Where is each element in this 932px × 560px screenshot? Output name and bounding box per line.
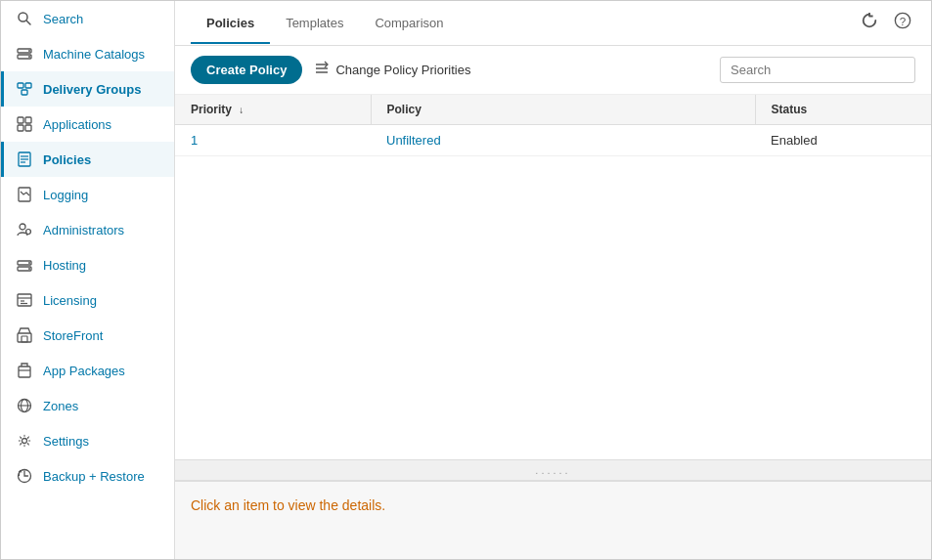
- zones-icon: [16, 397, 33, 414]
- svg-rect-34: [19, 366, 30, 377]
- tabs-actions: ?: [857, 8, 915, 38]
- tab-templates[interactable]: Templates: [270, 4, 359, 44]
- svg-rect-10: [25, 117, 31, 123]
- svg-rect-32: [18, 333, 31, 342]
- sidebar-item-logging-label: Logging: [43, 188, 88, 202]
- status-cell: Enabled: [755, 125, 931, 156]
- policy-column-header: Policy: [371, 95, 755, 125]
- change-policy-priorities-button[interactable]: Change Policy Priorities: [314, 61, 470, 79]
- storefront-icon: [16, 326, 33, 344]
- tab-comparison[interactable]: Comparison: [359, 4, 459, 44]
- sidebar-item-settings-label: Settings: [43, 434, 89, 449]
- table-header-row: Priority ↓ Policy Status: [175, 95, 931, 125]
- hosting-icon: [16, 256, 33, 274]
- svg-point-27: [28, 268, 30, 270]
- delivery-groups-icon: [16, 80, 33, 98]
- search-icon: [16, 10, 33, 27]
- sidebar-item-licensing[interactable]: Licensing: [1, 282, 174, 318]
- priority-link[interactable]: 1: [191, 133, 198, 148]
- svg-point-4: [28, 50, 30, 52]
- sidebar-item-search-label: Search: [43, 12, 83, 26]
- sidebar-item-hosting[interactable]: Hosting: [1, 247, 174, 282]
- sidebar-item-applications-label: Applications: [43, 117, 111, 132]
- status-column-header: Status: [755, 95, 931, 125]
- sort-down-icon: ↓: [239, 105, 244, 115]
- sidebar-item-logging[interactable]: Logging: [1, 177, 174, 212]
- sidebar-item-applications[interactable]: Applications: [1, 107, 174, 142]
- backup-restore-icon: [16, 467, 33, 485]
- svg-point-18: [20, 224, 25, 230]
- table-row[interactable]: 1 Unfiltered Enabled: [175, 125, 931, 156]
- change-priority-label: Change Policy Priorities: [335, 63, 470, 77]
- svg-point-0: [19, 13, 27, 22]
- sidebar-item-administrators[interactable]: Administrators: [1, 212, 174, 247]
- sidebar-item-zones[interactable]: Zones: [1, 388, 174, 423]
- sidebar-item-backup-restore-label: Backup + Restore: [43, 469, 145, 484]
- svg-rect-9: [18, 117, 23, 123]
- policies-table: Priority ↓ Policy Status 1: [175, 95, 931, 156]
- settings-icon: [16, 432, 33, 450]
- help-icon: ?: [894, 12, 911, 34]
- sidebar-item-backup-restore[interactable]: Backup + Restore: [1, 458, 174, 494]
- priority-column-header[interactable]: Priority ↓: [175, 95, 371, 125]
- sidebar-item-storefront[interactable]: StoreFront: [1, 318, 174, 353]
- svg-point-26: [28, 262, 30, 264]
- sidebar-item-policies[interactable]: Policies: [1, 142, 174, 177]
- main-content: Policies Templates Comparison: [175, 1, 931, 559]
- app-packages-icon: [16, 362, 33, 379]
- svg-point-5: [28, 56, 30, 58]
- details-panel: Click an item to view the details.: [175, 481, 931, 559]
- sidebar-item-policies-label: Policies: [43, 152, 91, 167]
- svg-rect-7: [25, 83, 31, 88]
- refresh-icon: [861, 12, 878, 34]
- svg-rect-8: [22, 90, 27, 95]
- licensing-icon: [16, 291, 33, 309]
- sidebar-item-machine-catalogs[interactable]: Machine Catalogs: [1, 36, 174, 71]
- sidebar-item-administrators-label: Administrators: [43, 223, 124, 237]
- create-policy-button[interactable]: Create Policy: [191, 56, 302, 84]
- resize-divider[interactable]: ......: [175, 459, 931, 481]
- toolbar: Create Policy Change Policy Priorities: [175, 46, 931, 95]
- sidebar-item-settings[interactable]: Settings: [1, 423, 174, 458]
- applications-icon: [16, 115, 33, 133]
- sidebar-item-app-packages-label: App Packages: [43, 364, 125, 378]
- refresh-button[interactable]: [857, 8, 882, 38]
- svg-rect-28: [18, 294, 31, 306]
- toolbar-search: [720, 57, 915, 83]
- tabs-bar: Policies Templates Comparison: [175, 1, 931, 46]
- sidebar-item-hosting-label: Hosting: [43, 258, 86, 273]
- priority-icon: [314, 61, 330, 79]
- details-placeholder-text: Click an item to view the details.: [191, 497, 385, 513]
- tabs-list: Policies Templates Comparison: [191, 4, 459, 43]
- svg-point-39: [22, 439, 27, 444]
- sidebar-item-search[interactable]: Search: [1, 1, 174, 36]
- sidebar-item-storefront-label: StoreFront: [43, 328, 103, 343]
- sidebar-item-delivery-groups[interactable]: Delivery Groups: [1, 71, 174, 107]
- tab-policies[interactable]: Policies: [191, 4, 270, 44]
- search-input[interactable]: [720, 57, 915, 83]
- machine-catalogs-icon: [16, 45, 33, 63]
- sidebar-item-app-packages[interactable]: App Packages: [1, 353, 174, 388]
- help-button[interactable]: ?: [890, 8, 915, 38]
- svg-rect-33: [22, 336, 27, 342]
- table-area: Priority ↓ Policy Status 1: [175, 95, 931, 459]
- svg-text:?: ?: [900, 15, 907, 27]
- sidebar-item-delivery-groups-label: Delivery Groups: [43, 82, 141, 97]
- logging-icon: [16, 186, 33, 203]
- administrators-icon: [16, 221, 33, 238]
- sidebar-item-licensing-label: Licensing: [43, 293, 97, 308]
- svg-rect-6: [18, 83, 23, 88]
- svg-line-1: [27, 22, 31, 25]
- priority-cell: 1: [175, 125, 371, 156]
- sidebar-item-zones-label: Zones: [43, 399, 78, 413]
- svg-rect-11: [18, 125, 23, 131]
- policy-cell: Unfiltered: [371, 125, 755, 156]
- policy-link[interactable]: Unfiltered: [386, 133, 441, 148]
- sidebar: Search Machine Catalogs D: [1, 1, 175, 559]
- policies-icon: [16, 151, 33, 168]
- svg-rect-12: [25, 125, 31, 131]
- sidebar-item-machine-catalogs-label: Machine Catalogs: [43, 47, 145, 62]
